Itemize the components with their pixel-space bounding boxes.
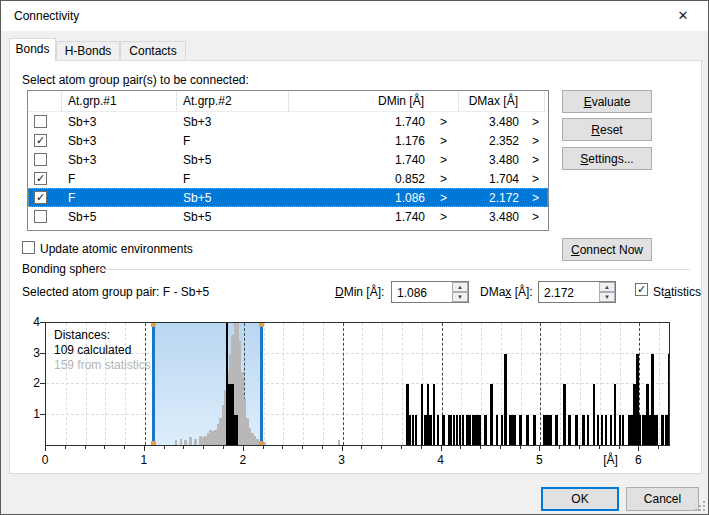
y-tick [40, 353, 45, 354]
dmax-range-edge[interactable] [260, 323, 263, 445]
minor-gridline [659, 323, 660, 445]
calculated-bar [496, 415, 499, 446]
table-cell: F [177, 172, 289, 186]
dmax-expander[interactable]: > [532, 210, 539, 224]
calculated-bar [661, 415, 664, 446]
dmin-expander[interactable]: > [440, 115, 447, 129]
calculated-bar [636, 354, 639, 446]
calculated-bar [472, 415, 481, 446]
minor-gridline [362, 323, 363, 445]
reset-button[interactable]: Reset [562, 118, 652, 141]
calculated-bar [456, 415, 458, 446]
table-header[interactable]: At.grp.#1At.grp.#2DMin [Å]DMax [Å] [28, 91, 548, 112]
dmax-expander[interactable]: > [532, 191, 539, 205]
dmax-expander[interactable]: > [532, 115, 539, 129]
x-tick [322, 446, 323, 449]
dmin-expander[interactable]: > [440, 153, 447, 167]
calculated-bar [668, 354, 670, 446]
h-gridline [46, 383, 669, 384]
table-cell: Sb+3 [62, 115, 177, 129]
range-handle[interactable] [151, 441, 156, 445]
ok-button[interactable]: OK [541, 487, 619, 511]
statistics-checkbox[interactable]: ✓ [635, 283, 648, 296]
table-row[interactable]: Sb+3Sb+51.740>3.480> [28, 150, 548, 169]
row-checkbox[interactable] [34, 210, 47, 223]
bonding-sphere-group-label: Bonding sphere [22, 262, 106, 276]
tab-bonds[interactable]: Bonds [9, 38, 56, 61]
statistics-bar [175, 440, 178, 445]
dmin-expander[interactable]: > [440, 134, 447, 148]
y-tick [40, 414, 45, 415]
calculated-bar [597, 415, 599, 446]
calculated-bar [543, 415, 552, 446]
dmax-expander[interactable]: > [532, 172, 539, 186]
resize-grip[interactable] [695, 501, 705, 511]
table-row[interactable]: Sb+5Sb+51.740>3.480> [28, 207, 548, 226]
row-checkbox[interactable] [34, 153, 47, 166]
spin-up-icon[interactable]: ▲ [599, 282, 615, 292]
dmin-range-edge[interactable] [152, 323, 155, 445]
table-row[interactable]: ✓FF0.852>1.704> [28, 169, 548, 188]
dmin-expander[interactable]: > [440, 191, 447, 205]
x-tick [144, 446, 145, 451]
column-header[interactable]: DMax [Å] [459, 91, 545, 111]
x-tick [381, 446, 382, 449]
dmax-expander[interactable]: > [532, 153, 539, 167]
tab-contacts[interactable]: Contacts [120, 41, 186, 61]
column-header[interactable]: DMin [Å] [289, 91, 459, 111]
dmin-expander[interactable]: > [440, 210, 447, 224]
calculated-bar [614, 384, 617, 445]
update-environments-checkbox[interactable] [22, 241, 35, 254]
settings-button[interactable]: Settings... [562, 147, 652, 170]
connect-now-button[interactable]: Connect Now [562, 238, 652, 261]
x-tick [85, 446, 86, 449]
spin-up-icon[interactable]: ▲ [452, 282, 468, 292]
close-icon[interactable]: ✕ [670, 7, 696, 25]
row-checkbox[interactable]: ✓ [34, 191, 47, 204]
row-checkbox[interactable] [34, 115, 47, 128]
x-tick-label: 0 [42, 453, 49, 467]
range-handle[interactable] [259, 441, 264, 445]
column-header[interactable]: At.grp.#1 [62, 91, 177, 111]
calculated-bar [555, 415, 558, 446]
atom-pair-table[interactable]: At.grp.#1At.grp.#2DMin [Å]DMax [Å] Sb+3S… [27, 90, 549, 231]
dmin-spinner[interactable]: ▲ ▼ [452, 282, 468, 302]
table-cell: Sb+5 [177, 210, 289, 224]
column-header[interactable]: At.grp.#2 [177, 91, 289, 111]
spin-down-icon[interactable]: ▼ [599, 292, 615, 302]
row-checkbox[interactable]: ✓ [34, 172, 47, 185]
table-row[interactable]: Sb+3Sb+31.740>3.480> [28, 112, 548, 131]
calculated-bar [575, 415, 578, 446]
x-tick-label: 4 [437, 453, 444, 467]
range-handle[interactable] [259, 323, 264, 327]
table-cell: Sb+3 [177, 115, 289, 129]
cancel-button[interactable]: Cancel [626, 487, 699, 511]
calculated-bar [622, 415, 624, 446]
tab-h-bonds[interactable]: H-Bonds [56, 41, 120, 61]
table-cell: 1.740> [289, 115, 459, 129]
evaluate-button[interactable]: Evaluate [562, 90, 652, 113]
row-checkbox[interactable]: ✓ [34, 134, 47, 147]
x-tick-label: 1 [141, 453, 148, 467]
spin-down-icon[interactable]: ▼ [452, 292, 468, 302]
dmin-expander[interactable]: > [440, 172, 447, 186]
table-row[interactable]: ✓Sb+3F1.176>2.352> [28, 131, 548, 150]
x-tick [638, 446, 639, 451]
calculated-bar [409, 415, 411, 446]
dmax-expander[interactable]: > [532, 134, 539, 148]
table-cell: 0.852> [289, 172, 459, 186]
x-tick-label: 6 [635, 453, 642, 467]
x-tick [164, 446, 165, 449]
calculated-bar [509, 415, 516, 446]
dmin-label: DMin [Å]: [335, 285, 384, 299]
dmax-input[interactable]: 2.172 ▲ ▼ [538, 281, 616, 303]
table-row[interactable]: ✓FSb+51.086>2.172> [28, 188, 548, 207]
table-cell: Sb+5 [177, 153, 289, 167]
calculated-bar [442, 415, 445, 446]
column-header[interactable] [28, 91, 62, 111]
x-tick [401, 446, 402, 449]
dmin-input[interactable]: 1.086 ▲ ▼ [391, 281, 469, 303]
range-handle[interactable] [151, 323, 156, 327]
y-tick [40, 383, 45, 384]
dmax-spinner[interactable]: ▲ ▼ [599, 282, 615, 302]
